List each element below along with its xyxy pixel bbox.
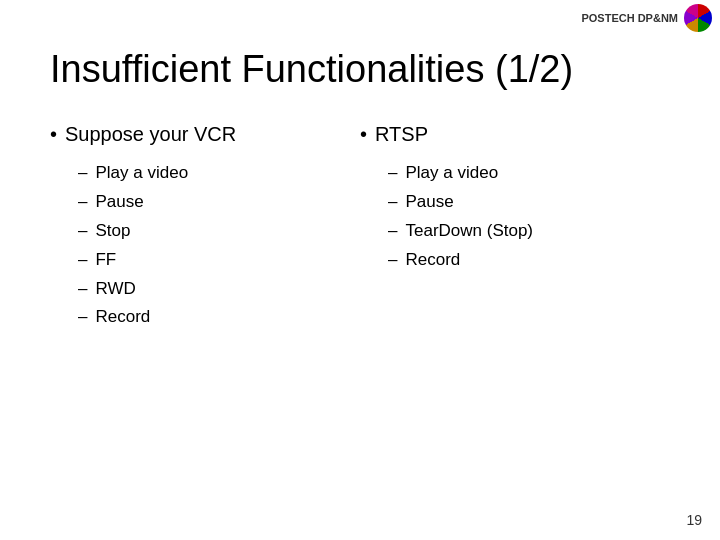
rtsp-item-4: Record xyxy=(405,246,460,275)
list-item: – Stop xyxy=(78,217,360,246)
column-rtsp: • RTSP – Play a video – Pause – TearDown… xyxy=(360,121,670,332)
rtsp-header: • RTSP xyxy=(360,121,670,147)
vcr-item-2: Pause xyxy=(95,188,143,217)
dash-icon: – xyxy=(388,246,397,275)
content-area: • Suppose your VCR – Play a video – Paus… xyxy=(50,121,670,332)
dash-icon: – xyxy=(78,303,87,332)
column-vcr: • Suppose your VCR – Play a video – Paus… xyxy=(50,121,360,332)
dash-icon: – xyxy=(388,188,397,217)
list-item: – TearDown (Stop) xyxy=(388,217,670,246)
bullet-dot-rtsp: • xyxy=(360,121,367,147)
list-item: – Record xyxy=(78,303,360,332)
dash-icon: – xyxy=(78,246,87,275)
slide: POSTECH DP&NM Insufficient Functionaliti… xyxy=(0,0,720,540)
header-bar: POSTECH DP&NM xyxy=(573,0,720,36)
vcr-header: • Suppose your VCR xyxy=(50,121,360,147)
list-item: – Pause xyxy=(78,188,360,217)
page-number: 19 xyxy=(686,512,702,528)
list-item: – Play a video xyxy=(388,159,670,188)
list-item: – FF xyxy=(78,246,360,275)
vcr-item-3: Stop xyxy=(95,217,130,246)
logo-text: POSTECH DP&NM xyxy=(581,12,678,24)
dash-icon: – xyxy=(78,188,87,217)
dash-icon: – xyxy=(388,217,397,246)
vcr-header-text: Suppose your VCR xyxy=(65,121,236,147)
slide-title: Insufficient Functionalities (1/2) xyxy=(50,48,670,91)
rtsp-item-1: Play a video xyxy=(405,159,498,188)
rtsp-header-text: RTSP xyxy=(375,121,428,147)
dash-icon: – xyxy=(78,159,87,188)
vcr-item-4: FF xyxy=(95,246,116,275)
dash-icon: – xyxy=(78,217,87,246)
vcr-item-1: Play a video xyxy=(95,159,188,188)
bullet-dot-vcr: • xyxy=(50,121,57,147)
vcr-item-6: Record xyxy=(95,303,150,332)
vcr-list: – Play a video – Pause – Stop – FF – R xyxy=(50,159,360,332)
logo-icon xyxy=(684,4,712,32)
dash-icon: – xyxy=(388,159,397,188)
rtsp-item-2: Pause xyxy=(405,188,453,217)
vcr-item-5: RWD xyxy=(95,275,135,304)
list-item: – Play a video xyxy=(78,159,360,188)
rtsp-item-3: TearDown (Stop) xyxy=(405,217,533,246)
rtsp-list: – Play a video – Pause – TearDown (Stop)… xyxy=(360,159,670,275)
dash-icon: – xyxy=(78,275,87,304)
list-item: – RWD xyxy=(78,275,360,304)
list-item: – Record xyxy=(388,246,670,275)
list-item: – Pause xyxy=(388,188,670,217)
